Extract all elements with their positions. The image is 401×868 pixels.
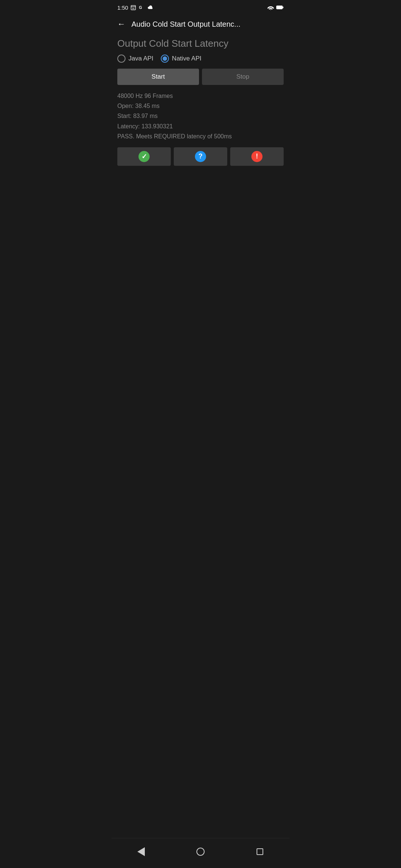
status-left: 1:50 31 G [117,4,153,11]
nav-back-icon [137,847,145,856]
radio-java-outer [117,55,125,63]
nav-home-icon [196,848,205,856]
radio-native-label: Native API [172,55,201,62]
status-bar: 1:50 31 G [111,0,290,15]
svg-point-4 [270,10,271,10]
pass-icon: ✓ [138,151,150,162]
warn-icon: ! [251,151,263,162]
cloud-icon [147,5,153,10]
button-row: Start Stop [117,69,284,85]
main-content: Output Cold Start Latency Java API Nativ… [111,35,290,838]
status-right [267,5,284,10]
google-icon: G [138,4,144,10]
results: 48000 Hz 96 Frames Open: 38.45 ms Start:… [117,91,284,141]
result-open: Open: 38.45 ms [117,101,284,111]
svg-text:31: 31 [132,7,135,10]
warn-status-button[interactable]: ! [230,147,284,166]
result-start: Start: 83.97 ms [117,111,284,121]
nav-recents-icon [257,848,263,855]
start-button[interactable]: Start [117,69,199,85]
radio-java-label: Java API [128,55,153,62]
nav-back-button[interactable] [132,844,150,859]
section-title: Output Cold Start Latency [117,38,284,49]
info-icon: ? [195,151,206,162]
pass-status-button[interactable]: ✓ [117,147,171,166]
radio-group: Java API Native API [117,55,284,63]
result-latency: Latency: 133.930321 [117,121,284,131]
result-pass: PASS. Meets REQUIRED latency of 500ms [117,131,284,141]
stop-button[interactable]: Stop [202,69,284,85]
radio-native-outer [161,55,169,63]
radio-native[interactable]: Native API [161,55,201,63]
result-hz-frames: 48000 Hz 96 Frames [117,91,284,101]
back-button[interactable]: ← [116,18,127,30]
nav-bar [111,838,290,868]
svg-rect-5 [277,6,283,9]
svg-text:G: G [139,5,142,10]
calendar-icon: 31 [130,4,136,10]
nav-home-button[interactable] [191,844,210,859]
battery-icon [276,5,284,10]
wifi-icon [267,5,274,10]
status-time: 1:50 [117,4,128,11]
info-status-button[interactable]: ? [174,147,227,166]
nav-recents-button[interactable] [251,844,269,859]
svg-rect-6 [283,7,283,8]
radio-java[interactable]: Java API [117,55,153,63]
toolbar-title: Audio Cold Start Output Latenc... [131,20,241,29]
status-buttons: ✓ ? ! [117,147,284,166]
toolbar: ← Audio Cold Start Output Latenc... [111,15,290,35]
radio-native-inner [163,56,167,61]
